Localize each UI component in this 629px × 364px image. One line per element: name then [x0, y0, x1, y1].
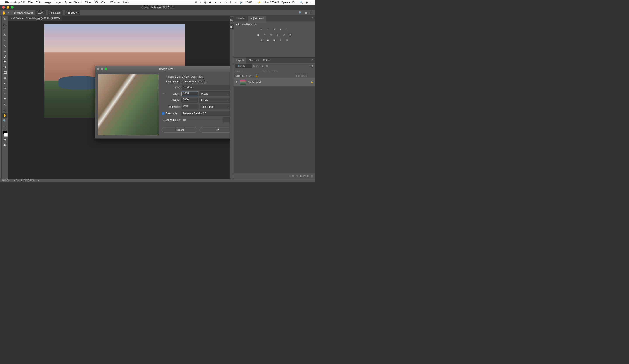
menu-filter[interactable]: Filter	[85, 1, 91, 4]
fx-icon[interactable]: fx	[292, 175, 294, 178]
app-name[interactable]: Photoshop CC	[5, 1, 25, 4]
layers-menu-icon[interactable]: ≡	[311, 58, 314, 63]
height-unit-select[interactable]: Pixels⌄	[199, 98, 230, 103]
reduce-noise-input[interactable]: 0	[223, 118, 230, 122]
layer-filter-kind[interactable]: 🔎 Kind ⌄	[235, 64, 252, 68]
dropbox-icon[interactable]: ⊞	[195, 1, 197, 4]
menu-type[interactable]: Type	[65, 1, 71, 4]
crop-tool[interactable]: ⌗	[2, 38, 7, 43]
bw-adj-icon[interactable]: ◐	[269, 33, 273, 37]
volume-icon[interactable]: 🔊	[239, 1, 243, 4]
history-panel-icon[interactable]: ▤	[229, 17, 234, 22]
zoom-display[interactable]: 100%	[35, 10, 46, 15]
vibrance-adj-icon[interactable]: ▽	[285, 27, 289, 31]
battery-percent[interactable]: 100%	[246, 1, 252, 4]
clock[interactable]: Mon 2:55 AM	[264, 1, 279, 4]
tab-libraries[interactable]: Libraries	[234, 16, 248, 21]
battery-icon[interactable]: ▭⚡	[255, 1, 261, 4]
hue-adj-icon[interactable]: ▦	[256, 33, 260, 37]
eraser-tool[interactable]: ⌫	[2, 70, 7, 75]
lock-position-icon[interactable]: ✥	[246, 74, 248, 77]
status-zoom[interactable]: 66.67%	[2, 179, 9, 182]
status-doc[interactable]: Doc: 7.03M/7.03M	[16, 179, 34, 182]
user-name[interactable]: Spencer Cox	[282, 1, 297, 4]
lock-nest-icon[interactable]: ⬚	[252, 74, 254, 77]
screen-mode-tool[interactable]: ▣	[2, 142, 7, 147]
filter-image-icon[interactable]: ▨	[253, 65, 255, 67]
mask-icon[interactable]: ◫	[296, 175, 298, 178]
posterize-adj-icon[interactable]: ◩	[266, 38, 270, 42]
quick-mask-tool[interactable]: ◙	[2, 137, 7, 142]
tab-channels[interactable]: Channels	[246, 58, 261, 63]
threshold-adj-icon[interactable]: ◨	[272, 38, 276, 42]
fit-to-select[interactable]: Custom⌄	[182, 85, 230, 90]
properties-panel-icon[interactable]: ◧	[229, 24, 234, 29]
dodge-tool[interactable]: ⚲	[2, 86, 7, 91]
menu-file[interactable]: File	[28, 1, 32, 4]
dimensions-chevron-icon[interactable]: ⌄	[182, 80, 184, 83]
triangle-icon[interactable]: ▲	[214, 1, 217, 4]
background-swatch[interactable]	[4, 133, 8, 137]
marquee-tool[interactable]: ▭	[2, 22, 7, 27]
height-input[interactable]: 2000	[181, 98, 198, 103]
resample-checkbox[interactable]: ✓	[162, 112, 165, 115]
menu-3d[interactable]: 3D	[94, 1, 98, 4]
close-tab-icon[interactable]: ×	[11, 17, 12, 20]
lasso-tool[interactable]: ⌇	[2, 27, 7, 32]
lock-pixels-icon[interactable]: ▨	[242, 74, 245, 77]
filter-toggle-icon[interactable]: ⏻	[311, 65, 313, 67]
status-chevron-icon[interactable]: ▸	[38, 179, 39, 181]
document-tab[interactable]: × © Bear Hat Mountain.jpg @ 66.7% (RGB/8…	[8, 16, 62, 21]
filter-adjustment-icon[interactable]: ◐	[256, 65, 259, 67]
selective-adj-icon[interactable]: ◫	[285, 38, 289, 42]
lut-adj-icon[interactable]: ⊞	[288, 33, 292, 37]
quick-select-tool[interactable]: ✎	[2, 33, 7, 38]
layer-visibility-icon[interactable]: 👁	[235, 81, 238, 84]
layer-thumbnail[interactable]	[240, 80, 246, 85]
tab-layers[interactable]: Layers	[234, 58, 246, 63]
close-window-button[interactable]	[2, 6, 5, 8]
panel-menu-icon[interactable]: ≡	[311, 16, 314, 21]
type-tool[interactable]: T	[2, 97, 7, 102]
pen-tool[interactable]: ✒	[2, 91, 7, 96]
layer-row-background[interactable]: 👁 Background 🔒	[234, 78, 314, 86]
rectangle-tool[interactable]: ▭	[2, 108, 7, 113]
cancel-button[interactable]: Cancel	[162, 127, 197, 133]
share-icon[interactable]: ⇪	[310, 11, 312, 14]
curves-adj-icon[interactable]: ⧉	[272, 27, 276, 31]
hand-tool[interactable]: ✋	[2, 113, 7, 118]
ok-button[interactable]: OK	[200, 127, 230, 133]
workspace-icon[interactable]: ▭	[305, 11, 308, 14]
brush-tool[interactable]: 🖌	[2, 54, 7, 59]
new-adj-layer-icon[interactable]: ◐	[300, 175, 302, 178]
history-brush-tool[interactable]: ↺	[2, 65, 7, 70]
fit-screen-button[interactable]: Fit Screen	[48, 10, 63, 15]
lock-artboard-icon[interactable]: ⊕	[249, 74, 251, 77]
fill-screen-button[interactable]: Fill Screen	[65, 10, 80, 15]
resample-select[interactable]: Preserve Details 2.0⌄	[181, 111, 230, 116]
tool-preset-chevron-icon[interactable]: ▾	[8, 12, 9, 13]
delete-layer-icon[interactable]: 🗑	[311, 175, 313, 178]
balance-adj-icon[interactable]: ⚖	[263, 33, 267, 37]
reduce-noise-slider[interactable]	[183, 120, 221, 120]
resolution-unit-select[interactable]: Pixels/Inch⌄	[200, 104, 230, 109]
tablet-icon[interactable]: ⎚	[200, 1, 201, 4]
new-layer-icon[interactable]: ⊞	[307, 175, 309, 178]
menu-edit[interactable]: Edit	[36, 1, 40, 4]
menu-select[interactable]: Select	[74, 1, 82, 4]
status-arrow-icon[interactable]: ▸	[14, 179, 15, 182]
dialog-zoom-button[interactable]	[105, 68, 107, 70]
photofilter-adj-icon[interactable]: ◎	[275, 33, 279, 37]
menu-help[interactable]: Help	[123, 1, 129, 4]
triangle-fill-icon[interactable]: ▲	[219, 1, 222, 4]
layer-lock-icon[interactable]: 🔒	[311, 81, 313, 83]
menu-window[interactable]: Window	[110, 1, 120, 4]
zoom-window-button[interactable]	[11, 6, 13, 8]
hand-tool-icon[interactable]: ✋	[2, 11, 6, 15]
tab-adjustments[interactable]: Adjustments	[248, 16, 266, 21]
move-tool[interactable]: ✥	[2, 17, 7, 22]
resolution-input[interactable]: 240	[182, 104, 198, 109]
width-input[interactable]: 3000	[181, 91, 198, 96]
link-dimensions-icon[interactable]: ⎶	[162, 92, 166, 95]
scroll-all-windows-checkbox[interactable]: Scroll All Windows	[11, 11, 33, 14]
